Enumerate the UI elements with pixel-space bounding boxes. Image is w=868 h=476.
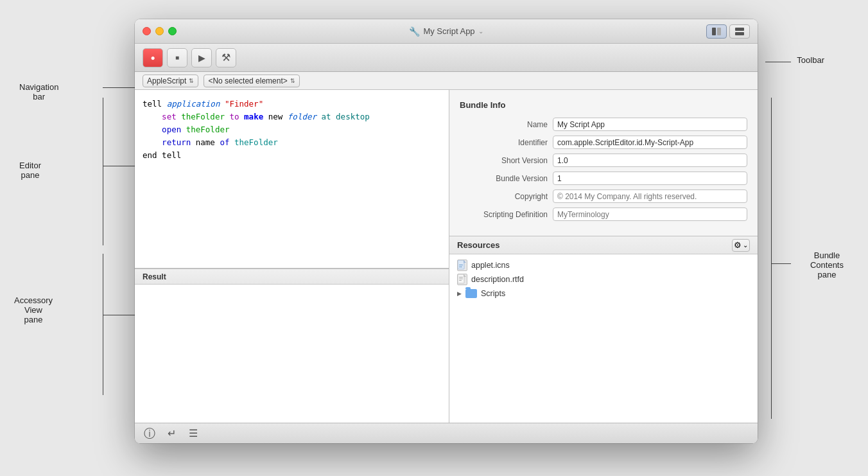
element-select-chevron: ⇅	[290, 78, 295, 84]
result-label: Result	[143, 272, 166, 281]
resource-item-description: description.rtfd	[457, 272, 750, 286]
info-icon: ⓘ	[144, 426, 155, 441]
resources-gear-button[interactable]: ⚙ ⌄	[732, 239, 750, 252]
return-button[interactable]: ↵	[164, 427, 178, 441]
result-pane: Result	[135, 269, 449, 423]
svg-rect-8	[459, 277, 463, 278]
form-label-copyright: Copyright	[460, 192, 553, 201]
resources-title: Resources	[457, 240, 499, 250]
title-chevron-icon: ⌄	[478, 28, 483, 35]
form-row-scripting-def: Scripting Definition	[460, 207, 747, 221]
form-row-identifier: Identifier	[460, 136, 747, 149]
form-row-short-version: Short Version	[460, 154, 747, 167]
nav-bar: AppleScript ⇅ <No selected element> ⇅	[135, 72, 758, 90]
bundle-contents-annotation: Bundle Contents pane	[810, 251, 844, 279]
code-line-4: return name of theFolder	[143, 136, 441, 149]
code-line-5: end tell	[143, 149, 441, 162]
gear-chevron-icon: ⌄	[743, 242, 748, 249]
bundle-info-section: Bundle Info Name Identifier Short Versio…	[449, 90, 758, 236]
info-button[interactable]: ⓘ	[143, 427, 157, 441]
list-icon: ☰	[189, 427, 198, 439]
form-row-bundle-version: Bundle Version	[460, 172, 747, 185]
accessory-view-annotation: Accessory View pane	[14, 295, 53, 324]
close-button[interactable]	[143, 27, 151, 35]
svg-rect-0	[712, 28, 716, 35]
editor-pane[interactable]: tell application "Finder" set theFolder …	[135, 90, 449, 269]
code-line-3: open theFolder	[143, 123, 441, 136]
left-panel: tell application "Finder" set theFolder …	[135, 90, 449, 423]
resources-list: applet.icns	[449, 254, 758, 423]
folder-icon-scripts	[465, 289, 477, 298]
right-panel: Bundle Info Name Identifier Short Versio…	[449, 90, 758, 423]
resource-item-scripts: ▶ Scripts	[457, 286, 750, 301]
result-header: Result	[135, 269, 449, 285]
svg-rect-5	[459, 265, 463, 265]
form-row-name: Name	[460, 118, 747, 131]
form-label-identifier: Identifier	[460, 138, 553, 147]
title-app-icon: 🔧	[409, 26, 420, 37]
form-input-short-version[interactable]	[553, 154, 747, 167]
form-input-name[interactable]	[553, 118, 747, 131]
editor-pane-annotation: Editor pane	[19, 161, 41, 180]
status-bar: ⓘ ↵ ☰	[135, 423, 758, 443]
traffic-lights	[143, 27, 177, 35]
code-line-2: set theFolder to make new folder at desk…	[143, 110, 441, 123]
resource-filename-scripts: Scripts	[481, 289, 505, 298]
list-button[interactable]: ☰	[186, 427, 200, 441]
svg-rect-10	[459, 280, 462, 281]
form-label-short-version: Short Version	[460, 156, 553, 165]
code-line-1: tell application "Finder"	[143, 98, 441, 110]
toolbar-annotation: Toolbar	[797, 55, 824, 65]
folder-collapse-icon[interactable]: ▶	[457, 290, 462, 297]
gear-icon: ⚙	[734, 240, 742, 250]
form-input-scripting-def[interactable]	[553, 207, 747, 221]
resources-section: Resources ⚙ ⌄	[449, 236, 758, 423]
resource-filename-applet: applet.icns	[471, 261, 510, 270]
file-icon-applet	[457, 260, 467, 271]
window-title: 🔧 My Script App ⌄	[409, 26, 483, 37]
toolbar: ● ■ ▶ ⚒	[135, 44, 758, 72]
form-row-copyright: Copyright	[460, 190, 747, 203]
title-bar: 🔧 My Script App ⌄	[135, 19, 758, 44]
form-label-name: Name	[460, 120, 553, 129]
language-select[interactable]: AppleScript ⇅	[143, 75, 198, 87]
form-input-identifier[interactable]	[553, 136, 747, 149]
resource-item-applet: applet.icns	[457, 258, 750, 272]
main-window: 🔧 My Script App ⌄	[135, 19, 758, 443]
element-select[interactable]: <No selected element> ⇅	[204, 75, 299, 87]
resource-filename-description: description.rtfd	[471, 275, 524, 284]
record-button[interactable]: ●	[143, 48, 163, 67]
run-button[interactable]: ▶	[191, 48, 212, 67]
form-label-bundle-version: Bundle Version	[460, 174, 553, 183]
svg-rect-9	[459, 279, 463, 279]
bundle-info-title: Bundle Info	[460, 100, 747, 110]
stop-button[interactable]: ■	[167, 48, 187, 67]
resources-header: Resources ⚙ ⌄	[449, 236, 758, 254]
form-input-bundle-version[interactable]	[553, 172, 747, 185]
minimize-button[interactable]	[155, 27, 164, 35]
main-content: tell application "Finder" set theFolder …	[135, 90, 758, 423]
file-icon-description	[457, 274, 467, 285]
compile-button[interactable]: ⚒	[216, 48, 236, 67]
form-input-copyright[interactable]	[553, 190, 747, 203]
svg-rect-2	[735, 28, 744, 31]
view-toggle-left-button[interactable]	[706, 24, 727, 39]
maximize-button[interactable]	[168, 27, 177, 35]
toolbar-view-buttons	[706, 24, 750, 39]
svg-rect-6	[459, 267, 462, 267]
view-toggle-right-button[interactable]	[729, 24, 750, 39]
nav-bar-annotation: Navigation bar	[19, 82, 58, 101]
language-select-chevron: ⇅	[189, 78, 194, 84]
svg-rect-1	[717, 28, 721, 35]
svg-rect-3	[735, 32, 744, 35]
return-icon: ↵	[168, 427, 176, 439]
form-label-scripting-def: Scripting Definition	[460, 210, 553, 219]
